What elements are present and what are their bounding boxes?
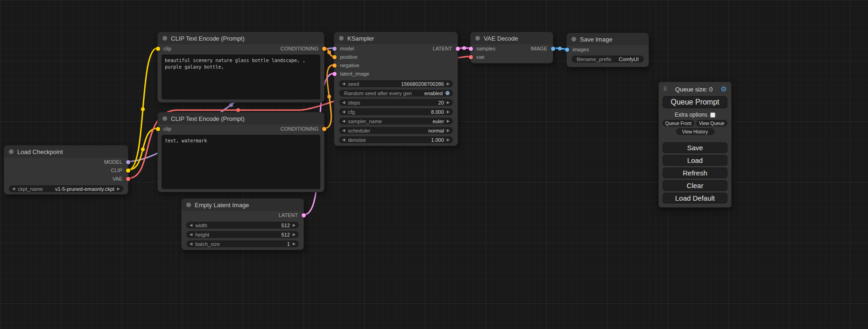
input-slot-samples[interactable] (469, 47, 473, 51)
stepper-right-icon[interactable]: ▶ (447, 110, 450, 114)
clear-button[interactable]: Clear (663, 180, 727, 191)
collapse-dot-icon[interactable] (475, 36, 480, 41)
widget-steps[interactable]: ◀ steps 20 ▶ (339, 99, 453, 106)
node-load-checkpoint[interactable]: Load Checkpoint MODEL CLIP VAE ◀ ckpt_na… (4, 145, 128, 195)
node-title: VAE Decode (484, 35, 518, 42)
node-clip-text-encode-negative[interactable]: CLIP Text Encode (Prompt) clip CONDITION… (157, 112, 325, 192)
widget-filename-prefix[interactable]: filename_prefix ComfyUI (572, 56, 644, 63)
stepper-left-icon[interactable]: ◀ (190, 242, 192, 246)
node-ksampler[interactable]: KSampler model LATENT positive negative … (334, 32, 458, 146)
stepper-right-icon[interactable]: ▶ (447, 82, 450, 86)
link-vae-midpoint-dot (236, 108, 240, 112)
output-slot-conditioning[interactable] (322, 47, 326, 51)
extra-options-checkbox[interactable] (710, 112, 715, 118)
toggle-indicator-icon[interactable] (445, 91, 450, 95)
output-slot-image[interactable] (551, 47, 555, 51)
prompt-textarea[interactable]: beautiful scenery nature glass bottle la… (162, 55, 320, 99)
widget-value: ComfyUI (619, 56, 639, 62)
stepper-right-icon[interactable]: ▶ (447, 101, 450, 105)
widget-label: scheduler (348, 128, 370, 133)
node-clip-text-encode-positive[interactable]: CLIP Text Encode (Prompt) clip CONDITION… (157, 32, 325, 103)
widget-seed[interactable]: ◀ seed 156680208700286 ▶ (339, 80, 453, 87)
link-cond-positive-midpoint-dot (327, 50, 331, 54)
link-clip-negative (128, 128, 157, 170)
stepper-left-icon[interactable]: ◀ (342, 101, 345, 105)
stepper-left-icon[interactable]: ◀ (342, 129, 345, 133)
widget-cfg[interactable]: ◀ cfg 8.000 ▶ (339, 108, 453, 115)
stepper-left-icon[interactable]: ◀ (342, 138, 345, 142)
widget-label: batch_size (195, 241, 220, 247)
input-slot-images[interactable] (565, 48, 569, 52)
stepper-right-icon[interactable]: ▶ (293, 242, 296, 246)
collapse-dot-icon[interactable] (9, 149, 14, 154)
node-titlebar[interactable]: Empty Latent Image (182, 199, 303, 211)
output-slot-latent[interactable] (456, 47, 460, 51)
stepper-left-icon[interactable]: ◀ (342, 119, 345, 123)
collapse-dot-icon[interactable] (186, 203, 191, 207)
widget-scheduler[interactable]: ◀ scheduler normal ▶ (339, 127, 453, 134)
stepper-right-icon[interactable]: ▶ (293, 233, 296, 237)
widget-height[interactable]: ◀ height 512 ▶ (186, 231, 299, 238)
stepper-right-icon[interactable]: ▶ (447, 119, 450, 123)
widget-ckpt-name[interactable]: ◀ ckpt_name v1-5-pruned-emaonly.ckpt ▶ (9, 185, 123, 192)
input-slot-vae[interactable] (469, 55, 473, 59)
slot-row: CLIP (4, 166, 128, 175)
widget-denoise[interactable]: ◀ denoise 1.000 ▶ (339, 136, 453, 143)
refresh-button[interactable]: Refresh (663, 168, 727, 178)
stepper-left-icon[interactable]: ◀ (12, 187, 15, 191)
node-titlebar[interactable]: Load Checkpoint (4, 146, 128, 158)
output-slot-vae[interactable] (126, 177, 130, 181)
widget-batch-size[interactable]: ◀ batch_size 1 ▶ (186, 240, 299, 247)
node-titlebar[interactable]: CLIP Text Encode (Prompt) (158, 32, 324, 44)
input-slot-clip[interactable] (156, 127, 160, 131)
stepper-left-icon[interactable]: ◀ (190, 224, 192, 227)
stepper-left-icon[interactable]: ◀ (342, 82, 345, 86)
collapse-dot-icon[interactable] (572, 37, 576, 42)
widget-random-seed-toggle[interactable]: Random seed after every gen enabled (339, 90, 453, 97)
drag-handle-icon[interactable]: ⠿ (663, 86, 667, 92)
node-vae-decode[interactable]: VAE Decode samples IMAGE vae (470, 32, 553, 63)
output-label: CONDITIONING (281, 126, 318, 132)
collapse-dot-icon[interactable] (339, 36, 344, 41)
node-titlebar[interactable]: Save Image (567, 33, 649, 45)
stepper-right-icon[interactable]: ▶ (117, 187, 120, 191)
output-slot-latent[interactable] (302, 213, 306, 217)
input-label: clip (163, 46, 171, 51)
widget-width[interactable]: ◀ width 512 ▶ (186, 222, 299, 229)
load-button[interactable]: Load (663, 155, 727, 166)
node-titlebar[interactable]: VAE Decode (471, 32, 553, 44)
input-label: negative (340, 63, 360, 68)
widget-label: height (195, 232, 209, 238)
input-slot-positive[interactable] (332, 55, 337, 59)
node-titlebar[interactable]: CLIP Text Encode (Prompt) (158, 112, 324, 125)
input-slot-negative[interactable] (332, 63, 337, 68)
queue-front-button[interactable]: Queue Front (663, 120, 694, 126)
input-label: model (340, 46, 354, 51)
node-titlebar[interactable]: KSampler (334, 32, 458, 44)
prompt-textarea[interactable]: text, watermark (162, 135, 320, 189)
input-slot-latent-image[interactable] (332, 72, 337, 76)
stepper-left-icon[interactable]: ◀ (342, 110, 345, 114)
settings-gear-icon[interactable]: ⚙ (721, 85, 727, 93)
save-button[interactable]: Save (663, 142, 727, 153)
stepper-right-icon[interactable]: ▶ (293, 224, 296, 227)
stepper-right-icon[interactable]: ▶ (447, 138, 450, 142)
input-slot-model[interactable] (332, 47, 337, 51)
load-default-button[interactable]: Load Default (663, 193, 727, 203)
output-slot-model[interactable] (126, 160, 130, 164)
widget-sampler-name[interactable]: ◀ sampler_name euler ▶ (339, 118, 453, 125)
output-slot-conditioning[interactable] (322, 127, 326, 131)
stepper-left-icon[interactable]: ◀ (190, 233, 192, 237)
collapse-dot-icon[interactable] (162, 116, 167, 121)
node-empty-latent-image[interactable]: Empty Latent Image LATENT ◀ width 512 ▶ … (181, 198, 304, 250)
link-samples-midpoint-dot (462, 46, 466, 50)
input-slot-clip[interactable] (156, 47, 160, 51)
stepper-right-icon[interactable]: ▶ (447, 129, 450, 133)
queue-prompt-button[interactable]: Queue Prompt (663, 96, 727, 108)
widget-label: sampler_name (348, 119, 382, 124)
output-slot-clip[interactable] (126, 168, 130, 173)
collapse-dot-icon[interactable] (162, 36, 167, 41)
view-queue-button[interactable]: View Queue (696, 120, 728, 126)
node-save-image[interactable]: Save Image images filename_prefix ComfyU… (566, 33, 649, 67)
view-history-button[interactable]: View History (676, 128, 714, 135)
